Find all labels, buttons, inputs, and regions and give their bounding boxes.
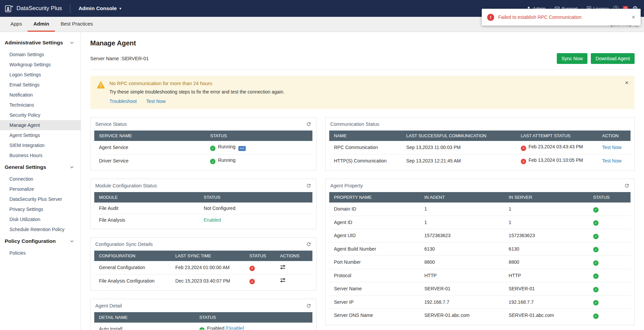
toast-close-icon[interactable]: × <box>632 13 635 21</box>
refresh-icon[interactable] <box>306 183 311 188</box>
column-header: STATUS <box>588 192 631 203</box>
column-header: STATUS <box>205 131 312 141</box>
refresh-icon[interactable] <box>306 242 311 247</box>
refresh-icon[interactable] <box>624 183 630 188</box>
last-attempt-cell: ×Feb 23,2024 03:43:43 PM <box>516 141 598 154</box>
console-switcher[interactable]: Admin Console ▾ <box>78 5 121 11</box>
section-title-label: General Settings <box>5 164 46 170</box>
server-name-value: SERVER-01 <box>122 56 148 61</box>
sidebar: Administrative Settings Domain Settings … <box>0 32 81 330</box>
last-sync-cell: Feb 23,2024 01:00:00 AM <box>171 261 245 274</box>
chevron-down-icon <box>70 166 74 169</box>
service-status-cell: ✓Running <box>205 154 312 167</box>
property-name-cell: Server DNS Name <box>329 309 420 322</box>
table-row: Agent Service ✓Running <box>94 141 312 154</box>
sidebar-item-email-settings[interactable]: Email Settings <box>0 80 80 90</box>
more-options-icon[interactable] <box>238 146 246 151</box>
sidebar-item-siem-integration[interactable]: SIEM Integration <box>0 140 80 150</box>
sidebar-item-notification[interactable]: Notification <box>0 90 80 100</box>
communication-status-card: Communication Status NAME LAST SUCCESSFU… <box>325 117 635 171</box>
table-row: File Analysis Configuration Dec 15,2023 … <box>94 274 312 287</box>
column-header: STATUS <box>199 192 312 203</box>
status-cell: ✓ <box>588 295 631 309</box>
disable-link[interactable]: [Disable] <box>226 326 244 330</box>
sidebar-item-domain-settings[interactable]: Domain Settings <box>0 49 80 60</box>
banner-close-icon[interactable]: × <box>625 79 629 86</box>
sidebar-section-general-settings[interactable]: General Settings <box>0 160 80 174</box>
toast-message: Failed to establish RPC Communication <box>498 14 581 20</box>
status-cell: ✓ <box>588 216 631 229</box>
sidebar-item-schedule-retention-policy[interactable]: Schedule Retention Policy <box>0 224 80 234</box>
column-header: STATUS <box>195 312 312 323</box>
table-row: Driver Service ✓Running <box>94 154 312 167</box>
module-status-cell: Not Configured <box>199 203 312 214</box>
sync-config-icon[interactable] <box>280 278 285 283</box>
sync-now-button[interactable]: Sync Now <box>557 53 587 64</box>
brand-name: DataSecurity Plus <box>16 5 62 12</box>
actions-cell <box>275 274 312 287</box>
success-icon: ✓ <box>593 247 599 252</box>
tab-best-practices[interactable]: Best Practices <box>55 17 99 32</box>
property-name-cell: Server Name <box>329 282 420 296</box>
in-server-cell: 1572363623 <box>504 229 588 243</box>
sidebar-section-policy-configuration[interactable]: Policy Configuration <box>0 234 80 248</box>
server-name-label: Server Name : <box>90 56 122 61</box>
success-icon: ✓ <box>210 159 215 164</box>
sidebar-item-business-hours[interactable]: Business Hours <box>0 150 80 160</box>
sidebar-item-connection[interactable]: Connection <box>0 174 80 184</box>
column-header: SERVICE NAME <box>94 131 205 141</box>
table-row: Agent Build Number 6130 6130 ✓ <box>329 242 631 256</box>
table-row: Protocol HTTP HTTP ✓ <box>329 269 631 282</box>
error-icon: × <box>249 279 255 284</box>
sidebar-item-privacy-settings[interactable]: Privacy Settings <box>0 204 80 214</box>
column-header: MODULE <box>94 192 199 203</box>
sync-config-icon[interactable] <box>280 265 285 269</box>
column-header: LAST SUCCESSFUL COMMUNICATION <box>402 131 516 141</box>
sidebar-item-disk-utilization[interactable]: Disk Utilization <box>0 214 80 224</box>
module-name-cell: File Audit <box>94 203 199 214</box>
in-agent-cell: 1572363623 <box>420 229 504 243</box>
success-icon: ✓ <box>199 327 205 330</box>
success-icon: ✓ <box>593 260 599 266</box>
topbar-divider <box>70 4 70 13</box>
sidebar-item-manage-agent[interactable]: Manage Agent <box>0 120 80 130</box>
card-title: Agent Detail <box>95 303 122 308</box>
sidebar-item-policies[interactable]: Policies <box>0 248 80 258</box>
card-title: Service Status <box>95 121 127 127</box>
sidebar-section-administrative-settings[interactable]: Administrative Settings <box>0 36 80 49</box>
troubleshoot-link[interactable]: Troubleshoot <box>109 99 137 104</box>
tab-apps[interactable]: Apps <box>5 17 28 32</box>
test-now-link[interactable]: Test Now <box>602 158 622 163</box>
server-name: Server Name :SERVER-01 <box>90 56 149 61</box>
table-row: Agent UID 1572363623 1572363623 ✓ <box>329 229 631 243</box>
page-title: Manage Agent <box>90 39 635 47</box>
sidebar-item-security-policy[interactable]: Security Policy <box>0 110 80 120</box>
table-row: Auto Install ✓Enabled [Disable] <box>94 323 312 330</box>
table-row: Server IP 192.168.7.7 192.168.7.7 ✓ <box>329 295 631 309</box>
status-cell: ✓ <box>588 269 631 282</box>
test-now-link[interactable]: Test Now <box>602 145 622 150</box>
property-name-cell: Agent ID <box>329 216 420 229</box>
detail-name-cell: Auto Install <box>94 323 195 330</box>
sidebar-item-technicians[interactable]: Technicians <box>0 100 80 110</box>
sidebar-item-personalize[interactable]: Personalize <box>0 184 80 194</box>
table-row: Server DNS Name SERVER-01.abc.com SERVER… <box>329 309 631 322</box>
property-name-cell: Port Number <box>329 256 420 269</box>
banner-test-now-link[interactable]: Test Now <box>146 99 166 104</box>
table-row: File Analysis Enabled <box>94 214 312 226</box>
last-attempt-text: Feb 23,2024 03:43:43 PM <box>529 144 583 149</box>
brand[interactable]: DataSecurity Plus <box>5 4 62 13</box>
status-text: Running <box>218 157 235 163</box>
configuration-sync-card: Configuration Sync Details CONFIGURATION… <box>90 237 316 291</box>
tab-admin[interactable]: Admin <box>28 17 55 32</box>
sidebar-item-agent-settings[interactable]: Agent Settings <box>0 130 80 140</box>
column-header: LAST ATTEMPT STATUS <box>516 131 598 141</box>
sidebar-item-workgroup-settings[interactable]: Workgroup Settings <box>0 60 80 70</box>
sidebar-item-logon-settings[interactable]: Logon Settings <box>0 70 80 80</box>
in-agent-cell: 6130 <box>420 242 504 256</box>
refresh-icon[interactable] <box>306 121 311 127</box>
sidebar-item-datasecurity-plus-server[interactable]: DataSecurity Plus Server <box>0 194 80 204</box>
agent-detail-card: Agent Detail DETAIL NAME STATUS <box>90 299 316 330</box>
download-agent-button[interactable]: Download Agent <box>591 53 635 64</box>
refresh-icon[interactable] <box>306 303 311 308</box>
